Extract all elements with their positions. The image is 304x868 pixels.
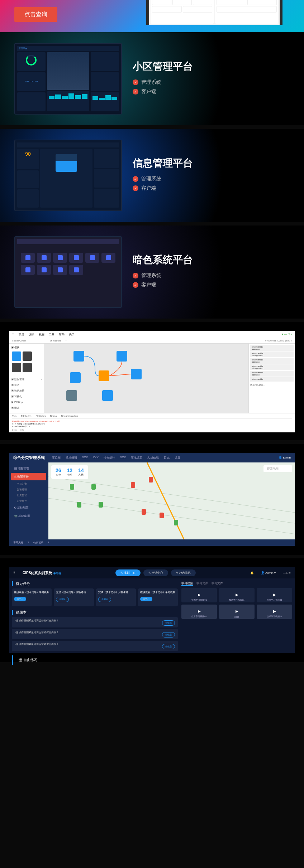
tab[interactable]: Attributes <box>21 415 32 417</box>
nav-item[interactable]: XXX <box>93 456 99 460</box>
action-btn[interactable]: 去做题 <box>162 632 175 637</box>
node-palette-item[interactable] <box>23 363 32 372</box>
map-marker[interactable] <box>70 484 74 490</box>
tabs: 学习视频 学习资源 学习文件 <box>181 581 292 586</box>
sidebar: ▣ 模块 ▣ 数据管理 ▸ ▣ 算法 ▣ 数据相册 ▣ 可视化 ▣ PC展示 ▣… <box>9 344 45 413</box>
map-marker[interactable] <box>149 477 153 483</box>
nav-item[interactable]: 多地编辑 <box>66 456 77 460</box>
nav-item[interactable]: 设置 <box>175 456 180 460</box>
window-controls[interactable]: — □ × <box>283 571 291 574</box>
menu-item[interactable]: 视图 <box>39 333 44 336</box>
action-btn[interactable]: 去做题 <box>162 620 175 626</box>
nav-item[interactable]: 人员信息 <box>147 456 159 460</box>
task-card[interactable]: 在线观看《技术指导》学习视频去学习 <box>138 588 178 606</box>
canvas[interactable] <box>45 344 248 413</box>
canvas-node[interactable] <box>73 351 84 362</box>
nav-item[interactable]: 报告统计 <box>104 456 115 460</box>
category-item[interactable]: ▣ PC展示 <box>11 399 42 405</box>
canvas-node[interactable] <box>131 369 142 379</box>
nav-item[interactable]: XXX <box>120 456 126 460</box>
action-btn[interactable]: 去测验 <box>98 597 111 602</box>
action-btn[interactable]: 去学习 <box>14 597 26 601</box>
map-marker[interactable] <box>131 482 135 488</box>
sidebar-item[interactable]: 📹 基础监测 <box>11 512 46 520</box>
action-btn[interactable]: 去做题 <box>162 644 175 649</box>
map-view[interactable]: 26车位 12空闲 14占用 搜索地图 <box>48 462 295 539</box>
tab[interactable]: Demo <box>50 415 57 417</box>
nav-item[interactable]: 车域设定 <box>131 456 142 460</box>
apps-icon[interactable]: ⠿ <box>13 571 15 574</box>
nav-btn-drill[interactable]: ✎ 校内演练 <box>171 569 196 576</box>
map-marker[interactable] <box>99 502 103 508</box>
menu-item[interactable]: 项目 <box>19 333 24 336</box>
footer-item[interactable]: 仿真记录 <box>33 541 43 544</box>
dark-screenshot <box>14 236 122 308</box>
user-badge[interactable]: 👤 admin <box>279 456 291 459</box>
task-card[interactable]: 完成《技术指导》测验考核去测验 <box>54 588 94 606</box>
menubar[interactable]: ☰ 项目 编辑 视图 工具 帮助 关于 ● — □ × <box>9 331 295 338</box>
canvas-node[interactable] <box>70 372 81 383</box>
header: ⠿ CIPS仿真实训系统 学习端 ✎ 实训中心 ✎ 考试中心 ✎ 校内演练 🔔 … <box>9 567 295 578</box>
tab[interactable]: 学习文件 <box>212 581 223 586</box>
query-button[interactable]: 点击查询 <box>14 7 57 22</box>
sidebar-item[interactable]: ⚙ 基础配置 <box>11 504 46 511</box>
menu-item[interactable]: 帮助 <box>59 333 65 336</box>
node-palette-item[interactable] <box>12 363 21 372</box>
nav-btn-exam[interactable]: ✎ 考试中心 <box>143 569 168 576</box>
sidebar-item-active[interactable]: ⚠ 告警事件 <box>11 473 46 480</box>
action-btn[interactable]: 去测验 <box>56 597 69 602</box>
category-item[interactable]: ▣ 数据相册 <box>11 388 42 394</box>
tab[interactable]: Documentation <box>61 415 78 417</box>
tab[interactable]: 学习视频 <box>181 581 193 586</box>
tab[interactable]: 学习资源 <box>196 581 208 586</box>
category-item[interactable]: ▣ 算法 <box>11 382 42 388</box>
nav-item[interactable]: 车位图 <box>52 456 61 460</box>
category-item[interactable]: ▣ 数据管理 ▸ <box>11 377 42 382</box>
error-item[interactable]: • 当操作调剂紧急培训运营如何去操作？去做题 <box>12 641 178 651</box>
task-card[interactable]: 完成《技术指导》月度考评去测验 <box>96 588 136 606</box>
error-item[interactable]: • 当操作调剂紧急培训运营如何去操作？去做题 <box>12 617 178 627</box>
category-item[interactable]: ▣ 测试 <box>11 405 42 411</box>
nav-item[interactable]: XXX <box>82 456 88 460</box>
action-btn[interactable]: 去学习 <box>140 597 152 601</box>
video-thumb[interactable]: 技术学习视频01 <box>219 588 255 602</box>
category-item[interactable]: ▣ 可视化 <box>11 394 42 399</box>
nav-item[interactable]: 日志 <box>164 456 170 460</box>
sidebar-sub[interactable]: 当前告警 <box>11 481 46 487</box>
notification-icon[interactable]: 🔔 <box>250 571 254 574</box>
hero-banner: 点击查询 <box>0 0 304 32</box>
tab[interactable]: Run <box>12 415 16 417</box>
sidebar-sub[interactable]: 告警事件 <box>11 498 46 504</box>
canvas-node[interactable] <box>117 351 127 362</box>
map-marker[interactable] <box>160 513 164 518</box>
footer-item[interactable]: 布局风格 <box>13 541 23 544</box>
task-card[interactable]: 在线观看《技术指导》学习视频去学习 <box>12 588 52 606</box>
chart-thumb[interactable]: 技术学习视频01 <box>257 605 292 619</box>
sidebar-item[interactable]: ▦ 地图管理 <box>11 465 46 472</box>
canvas-node[interactable] <box>102 390 113 401</box>
search-input[interactable]: 搜索地图 <box>263 465 292 472</box>
canvas-node[interactable] <box>66 390 77 401</box>
sidebar-sub[interactable]: 历史告警 <box>11 493 46 498</box>
map-marker[interactable] <box>91 484 96 490</box>
menu-item[interactable]: 工具 <box>49 333 54 336</box>
node-palette-item[interactable] <box>23 351 32 361</box>
menu-item[interactable]: 关于 <box>69 333 75 336</box>
nav-btn-training[interactable]: ✎ 实训中心 <box>115 569 140 576</box>
tab[interactable]: Statistics <box>35 415 46 417</box>
user-badge[interactable]: 👤 Admin ▾ <box>261 571 276 574</box>
showcase3-title: 暗色系统平台 <box>133 253 193 267</box>
video-thumb[interactable]: 技术学习视频01 <box>181 588 217 602</box>
map-marker[interactable] <box>142 509 146 515</box>
video-thumb[interactable]: 技术学习视频01 <box>257 588 292 602</box>
node-palette-item[interactable] <box>12 351 21 361</box>
community-screenshot: 管理平台 1234775999 <box>14 43 122 115</box>
menu-item[interactable]: 编辑 <box>29 333 34 336</box>
chart-thumb[interactable]: 技术学习视频01 <box>181 605 217 619</box>
chart-thumb[interactable]: 2023 <box>219 605 255 619</box>
canvas-node[interactable] <box>99 370 109 381</box>
error-item[interactable]: • 当操作调剂紧急培训运营如何去操作？去做题 <box>12 629 178 639</box>
map-marker[interactable] <box>174 520 178 525</box>
sidebar-sub[interactable]: 告警处理 <box>11 487 46 493</box>
map-marker[interactable] <box>77 502 81 508</box>
